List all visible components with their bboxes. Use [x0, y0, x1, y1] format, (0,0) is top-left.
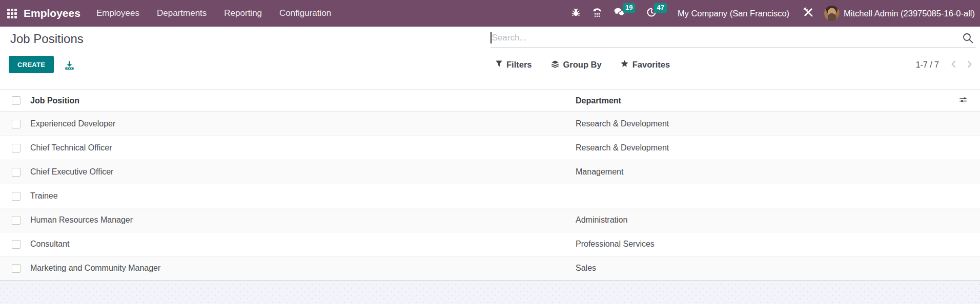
activities-button[interactable]: 47 — [641, 5, 672, 21]
job-position-cell: Marketing and Community Manager — [30, 264, 576, 273]
table-row[interactable]: Trainee — [0, 184, 980, 208]
optional-columns-button[interactable] — [957, 94, 969, 107]
activities-count-badge: 47 — [654, 3, 666, 13]
job-position-cell: Trainee — [30, 191, 576, 201]
table-row[interactable]: Human Resources Manager Administration — [0, 208, 980, 232]
job-position-cell: Chief Technical Officer — [30, 143, 576, 153]
apps-menu-icon[interactable] — [7, 9, 17, 18]
job-position-cell: Human Resources Manager — [30, 215, 576, 225]
job-positions-page: Employees Employees Departments Reportin… — [0, 0, 980, 304]
search-bar — [491, 29, 976, 48]
navbar-left: Employees Employees Departments Reportin… — [7, 5, 338, 21]
job-positions-list: Job Position Department Experienced Deve… — [0, 89, 980, 304]
messages-button[interactable]: 19 — [608, 5, 641, 21]
navbar-menu-item[interactable]: Configuration — [273, 5, 338, 21]
text-caret — [491, 32, 492, 44]
list-footer-band — [0, 280, 980, 304]
messages-count-badge: 19 — [623, 3, 635, 13]
wrench-tools-icon — [803, 11, 814, 19]
select-all-checkbox[interactable] — [12, 96, 21, 105]
navbar-menu-item[interactable]: Departments — [150, 5, 213, 21]
export-icon — [64, 64, 75, 72]
list-header-row: Job Position Department — [0, 89, 980, 112]
support-tools-button[interactable] — [797, 5, 820, 22]
user-menu[interactable]: Mitchell Admin (23975085-16-0-all) — [820, 6, 975, 21]
page-title: Job Positions — [10, 32, 84, 46]
create-button[interactable]: CREATE — [9, 56, 54, 73]
row-checkbox[interactable] — [12, 192, 21, 201]
pager: 1-7 / 7 — [916, 57, 975, 73]
navbar-systray: 19 47 My Company (San Francisco) — [565, 5, 975, 22]
chevron-left-icon — [949, 60, 958, 70]
favorites-star-icon — [620, 59, 629, 70]
navbar-menu-item[interactable]: Reporting — [217, 5, 269, 21]
column-header-department[interactable]: Department — [576, 96, 950, 105]
row-checkbox[interactable] — [12, 120, 21, 128]
debug-bug-button[interactable] — [565, 6, 586, 21]
department-cell: Management — [576, 167, 950, 177]
voip-phone-button[interactable] — [586, 5, 608, 21]
row-checkbox[interactable] — [12, 216, 21, 225]
navbar-menu: Employees Departments Reporting Configur… — [90, 5, 338, 21]
voip-phone-icon — [592, 7, 602, 19]
job-position-cell: Experienced Developer — [30, 119, 576, 128]
top-navbar: Employees Employees Departments Reportin… — [0, 0, 980, 27]
company-switcher[interactable]: My Company (San Francisco) — [678, 9, 789, 18]
department-cell: Professional Services — [576, 240, 950, 249]
department-cell: Sales — [576, 264, 950, 273]
search-options: Filters Group By Favorites — [495, 57, 670, 73]
table-row[interactable]: Experienced Developer Research & Develop… — [0, 112, 980, 136]
row-checkbox[interactable] — [12, 240, 21, 249]
group-by-layers-icon — [550, 59, 560, 71]
search-icon[interactable] — [960, 31, 976, 45]
row-checkbox[interactable] — [12, 144, 21, 153]
department-cell: Administration — [576, 215, 950, 225]
optional-columns-icon — [958, 95, 968, 106]
filters-button[interactable]: Filters — [495, 60, 532, 70]
column-header-job-position[interactable]: Job Position — [30, 96, 576, 105]
favorites-button[interactable]: Favorites — [620, 59, 670, 70]
department-cell: Research & Development — [576, 119, 950, 128]
group-by-button[interactable]: Group By — [550, 59, 602, 71]
list-rows: Experienced Developer Research & Develop… — [0, 112, 980, 280]
table-row[interactable]: Consultant Professional Services — [0, 232, 980, 256]
job-position-cell: Chief Executive Officer — [30, 167, 576, 177]
avatar — [824, 6, 840, 21]
app-brand[interactable]: Employees — [24, 7, 80, 19]
navbar-menu-item[interactable]: Employees — [90, 5, 146, 21]
pager-previous-button[interactable] — [948, 59, 959, 71]
export-button[interactable] — [63, 59, 76, 73]
row-checkbox[interactable] — [12, 168, 21, 177]
table-row[interactable]: Chief Executive Officer Management — [0, 160, 980, 184]
filter-funnel-icon — [495, 60, 503, 70]
job-position-cell: Consultant — [30, 240, 576, 249]
pager-next-button[interactable] — [964, 59, 975, 71]
bug-icon — [571, 8, 581, 19]
row-checkbox[interactable] — [12, 264, 21, 273]
pager-range: 1-7 / 7 — [916, 60, 939, 70]
table-row[interactable]: Chief Technical Officer Research & Devel… — [0, 136, 980, 160]
department-cell: Research & Development — [576, 143, 950, 153]
chevron-right-icon — [965, 60, 974, 70]
search-input[interactable] — [492, 33, 961, 43]
user-name: Mitchell Admin (23975085-16-0-all) — [844, 9, 975, 18]
table-row[interactable]: Marketing and Community Manager Sales — [0, 256, 980, 280]
